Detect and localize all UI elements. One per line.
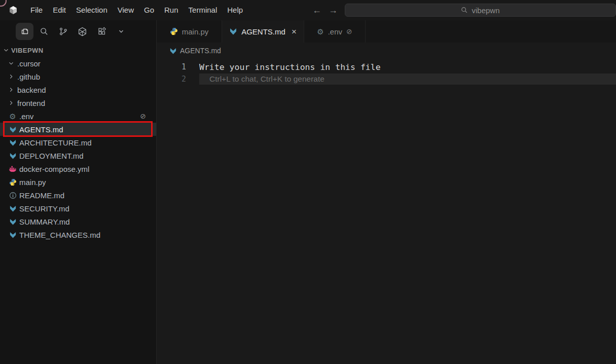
file-summary-md[interactable]: SUMMARY.md: [0, 215, 156, 228]
search-icon: [461, 7, 468, 14]
breadcrumb: AGENTS.md: [157, 43, 616, 59]
python-icon: [170, 27, 178, 35]
corner-annotation-arc: [0, 0, 7, 7]
root-folder-label: VIBEPWN: [11, 47, 43, 54]
menu-go[interactable]: Go: [139, 0, 159, 20]
file-env[interactable]: ⚙ .env ⊘: [0, 110, 156, 123]
menu-file[interactable]: File: [25, 0, 48, 20]
inline-suggestion-text: Ctrl+L to chat, Ctrl+K to generate: [199, 75, 324, 84]
chevron-down-icon[interactable]: [112, 23, 130, 40]
tab-env[interactable]: ⚙ .env ⊘: [304, 20, 366, 43]
file-label: main.py: [19, 178, 46, 187]
explorer-icon[interactable]: [16, 23, 33, 40]
markdown-icon: [229, 27, 237, 35]
title-bar: File Edit Selection View Go Run Terminal…: [0, 0, 616, 20]
chevron-down-icon: [2, 46, 10, 54]
menu-view[interactable]: View: [113, 0, 139, 20]
file-main-py[interactable]: main.py: [0, 175, 156, 189]
menu-bar: File Edit Selection View Go Run Terminal…: [25, 0, 248, 20]
command-search-input[interactable]: vibepwn: [345, 4, 616, 17]
file-docker-compose[interactable]: docker-compose.yml: [0, 162, 156, 175]
folder-frontend[interactable]: frontend: [0, 96, 156, 110]
blocked-icon: ⊘: [346, 27, 352, 35]
markdown-icon: [8, 152, 17, 160]
folder-cursor[interactable]: .cursor: [0, 57, 156, 70]
line-number: 1: [157, 62, 199, 71]
gear-icon: ⚙: [317, 28, 323, 35]
forward-arrow-icon[interactable]: →: [329, 0, 338, 20]
back-arrow-icon[interactable]: ←: [312, 0, 321, 20]
folder-label: frontend: [17, 99, 45, 107]
menu-edit[interactable]: Edit: [48, 0, 71, 20]
file-architecture-md[interactable]: ARCHITECTURE.md: [0, 136, 156, 149]
tab-main-py[interactable]: main.py: [157, 20, 222, 43]
folder-label: .cursor: [17, 59, 41, 68]
side-bar: VIBEPWN .cursor .github: [0, 20, 156, 364]
code-text: Write your instructions in this file: [199, 62, 381, 72]
file-agents-md[interactable]: AGENTS.md: [0, 123, 156, 136]
file-label: THEME_CHANGES.md: [19, 231, 100, 239]
folder-github[interactable]: .github: [0, 70, 156, 83]
editor-group: main.py AGENTS.md × ⚙ .env ⊘: [156, 20, 616, 364]
file-deployment-md[interactable]: DEPLOYMENT.md: [0, 149, 156, 162]
menu-help[interactable]: Help: [222, 0, 248, 20]
file-label: AGENTS.md: [19, 125, 63, 134]
file-security-md[interactable]: SECURITY.md: [0, 202, 156, 215]
source-control-icon[interactable]: [54, 23, 72, 40]
markdown-icon: [169, 47, 177, 55]
menu-selection[interactable]: Selection: [71, 0, 113, 20]
file-label: SECURITY.md: [19, 204, 69, 213]
markdown-icon: [8, 217, 17, 226]
line-number: 2: [157, 75, 199, 84]
code-line-2: 2 Ctrl+L to chat, Ctrl+K to generate: [157, 73, 616, 85]
file-label: docker-compose.yml: [19, 165, 89, 173]
folder-backend[interactable]: backend: [0, 83, 156, 96]
menu-run[interactable]: Run: [159, 0, 184, 20]
activity-bar: [0, 20, 156, 43]
menu-terminal[interactable]: Terminal: [184, 0, 223, 20]
cube-icon[interactable]: [74, 23, 91, 40]
search-icon[interactable]: [35, 23, 53, 40]
tab-label: main.py: [182, 27, 209, 36]
application-window: File Edit Selection View Go Run Terminal…: [0, 0, 616, 364]
cursor-app-logo-icon[interactable]: [8, 5, 18, 15]
docker-icon: [8, 165, 17, 173]
file-theme-changes-md[interactable]: THEME_CHANGES.md: [0, 228, 156, 241]
info-icon: [8, 191, 17, 199]
close-icon[interactable]: ×: [292, 27, 297, 36]
chevron-right-icon: [7, 86, 15, 94]
markdown-icon: [8, 204, 17, 212]
code-editor[interactable]: 1 Write your instructions in this file 2…: [157, 59, 616, 364]
explorer-tree: VIBEPWN .cursor .github: [0, 43, 156, 241]
search-placeholder-text: vibepwn: [472, 6, 499, 15]
gear-icon: ⚙: [8, 112, 17, 120]
markdown-icon: [8, 138, 17, 147]
tab-label: .env: [328, 27, 342, 36]
folder-label: backend: [17, 86, 46, 94]
markdown-icon: [8, 231, 17, 239]
breadcrumb-item[interactable]: AGENTS.md: [180, 47, 221, 55]
file-label: ARCHITECTURE.md: [19, 138, 92, 147]
file-label: .env: [19, 112, 33, 121]
history-nav: ← →: [312, 0, 338, 20]
file-label: README.md: [19, 191, 64, 200]
extensions-icon[interactable]: [93, 23, 111, 40]
folder-label: .github: [17, 72, 40, 81]
tab-bar: main.py AGENTS.md × ⚙ .env ⊘: [157, 20, 616, 43]
tab-agents-md[interactable]: AGENTS.md ×: [222, 20, 304, 43]
blocked-icon: ⊘: [140, 112, 146, 120]
file-readme-md[interactable]: README.md: [0, 189, 156, 202]
code-line-1: 1 Write your instructions in this file: [157, 61, 616, 73]
file-label: DEPLOYMENT.md: [19, 152, 84, 160]
file-label: SUMMARY.md: [19, 217, 69, 226]
chevron-right-icon: [7, 72, 15, 81]
markdown-icon: [8, 125, 17, 133]
chevron-right-icon: [7, 99, 15, 107]
chevron-down-icon: [7, 59, 15, 67]
main-area: VIBEPWN .cursor .github: [0, 20, 616, 364]
explorer-root-header[interactable]: VIBEPWN: [0, 44, 156, 57]
tab-label: AGENTS.md: [241, 27, 285, 36]
python-icon: [8, 178, 17, 186]
